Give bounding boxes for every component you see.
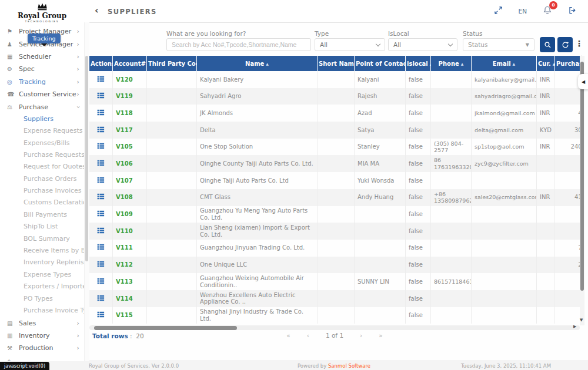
sidebar-item-sales[interactable]: ▤Sales› [0,317,84,329]
column-header-total[interactable]: Purchase Total▲ [555,56,580,71]
sidebar-item-more[interactable]: ⌂ [0,355,84,361]
language-selector[interactable]: EN [519,8,527,15]
cell-total: 8000.00 [555,88,580,105]
cell-actions[interactable] [89,290,113,307]
row-actions-icon[interactable] [97,243,105,251]
sidebar-subitem-request-for-quotes[interactable]: Request for Quotes [0,161,84,173]
cell-name: Sahyadri Agro [197,88,318,105]
sidebar-subitem-suppliers[interactable]: Suppliers [0,113,84,125]
prev-page-button[interactable]: ‹ [307,332,309,339]
sidebar-subitem-expense-requests[interactable]: Expense Requests [0,125,84,137]
search-input[interactable] [166,38,311,51]
row-actions-icon[interactable] [97,260,105,268]
cell-total: 0.00 [555,155,580,172]
sidebar-subitem-purchase-requests[interactable]: Purchase Requests [0,149,84,161]
column-header-islocal[interactable]: islocal▲ [406,56,431,71]
row-actions-icon[interactable] [97,210,105,217]
scroll-right-icon[interactable]: ▶ [573,324,576,329]
column-header-phone[interactable]: Phone▲ [431,56,472,71]
side-panel-toggle[interactable]: ◀ [578,74,588,89]
cell-email [472,172,537,189]
row-actions-icon[interactable] [97,311,105,318]
cell-actions[interactable] [89,155,113,172]
first-page-button[interactable]: « [286,332,290,339]
status-select[interactable]: Status▼ [463,38,534,51]
row-actions-icon[interactable] [97,294,105,302]
cell-actions[interactable] [89,71,113,88]
vendor-link[interactable]: Sanmol Software [328,363,370,369]
row-actions-icon[interactable] [97,159,105,167]
notifications-bell-icon[interactable]: 0 [543,5,552,18]
production-icon: ⚒ [7,345,19,351]
column-header-tpcode[interactable]: Third Party Code▲ [147,56,197,71]
last-page-button[interactable]: » [379,332,382,339]
row-actions-icon[interactable] [97,193,105,200]
type-select[interactable]: All [315,38,385,51]
logout-icon[interactable] [568,6,577,17]
sidebar-item-scheduler[interactable]: ▦Scheduler› [0,51,84,63]
sidebar-item-spec[interactable]: ⚙Spec› [0,63,84,75]
column-header-actions[interactable]: Actions [89,56,113,71]
back-icon[interactable]: ‹ [95,5,99,16]
islocal-select[interactable]: All [388,38,457,51]
row-actions-icon[interactable] [97,227,105,234]
cell-actions[interactable] [89,206,113,223]
column-header-account[interactable]: Account#▲ [113,56,147,71]
sidebar-item-production[interactable]: ⚒Production› [0,342,84,354]
cell-actions[interactable] [89,172,113,189]
sidebar-subitem-receive-items-by-bol[interactable]: Receive Items by BOL [0,245,84,257]
column-header-poc[interactable]: Point of Contact▲ [355,56,406,71]
column-header-short[interactable]: Short Name▲ [318,56,355,71]
row-actions-icon[interactable] [97,176,105,184]
cell-actions[interactable] [89,189,113,206]
cell-islocal: false [406,290,431,307]
row-actions-icon[interactable] [97,142,105,150]
sidebar-item-customer-service[interactable]: ☎Customer Service› [0,88,84,100]
refresh-button[interactable] [557,37,573,52]
more-options-icon[interactable]: ⋮ [575,38,583,49]
cell-actions[interactable] [89,273,113,290]
sidebar-subitem-po-types[interactable]: PO Types [0,293,84,305]
column-header-cur[interactable]: Cur.▲ [537,56,555,71]
cell-actions[interactable] [89,88,113,105]
next-page-button[interactable]: › [360,332,362,339]
column-header-email[interactable]: Email▲ [472,56,537,71]
scroll-down-icon[interactable]: ▼ [580,318,583,322]
chevron-right-icon: › [77,332,79,339]
cell-actions[interactable] [89,240,113,257]
row-actions-icon[interactable] [97,126,105,133]
column-header-name[interactable]: Name▲ [197,56,318,71]
cell-actions[interactable] [89,122,113,139]
cell-actions[interactable] [89,105,113,122]
sidebar-subitem-purchase-invoices[interactable]: Purchase Invoices [0,185,84,197]
fullscreen-icon[interactable] [494,6,503,17]
sidebar-item-label: Spec [19,65,77,73]
row-actions-icon[interactable] [97,92,105,99]
sidebar-subitem-expense-types[interactable]: Expense Types [0,269,84,281]
sidebar-subitem-expenses-bills[interactable]: Expenses/Bills [0,137,84,149]
row-actions-icon[interactable] [97,109,105,116]
cell-actions[interactable] [89,139,113,156]
sidebar-scrollbar[interactable] [84,22,89,361]
sidebar-subitem-purchase-orders[interactable]: Purchase Orders [0,173,84,185]
sidebar-subitem-customs-declarations[interactable]: Customs Declarations [0,197,84,208]
sidebar-item-tracking[interactable]: ◎Tracking› [0,76,84,88]
row-actions-icon[interactable] [97,75,105,83]
cell-actions[interactable] [89,307,113,324]
sidebar-item-inventory[interactable]: ▥Inventory› [0,329,84,342]
sidebar-item-purchase[interactable]: ⚖Purchase› [0,100,84,113]
sidebar-subitem-bol-summary[interactable]: BOL Summary [0,233,84,245]
cell-email: sp1stop@aol.com [472,139,537,156]
sidebar-subitem-purchase-invoice-types[interactable]: Purchase Invoice Types [0,305,84,317]
search-button[interactable] [540,37,555,52]
sidebar-subitem-bill-payments[interactable]: Bill Payments [0,209,84,221]
cell-actions[interactable] [89,223,113,240]
cell-tpcode [147,240,197,257]
cell-actions[interactable] [89,257,113,274]
vertical-scrollbar[interactable] [580,56,584,325]
sidebar-subitem-exporters-importers[interactable]: Exporters / Importers [0,281,84,292]
sidebar-subitem-inventory-replenishment[interactable]: Inventory Replenishment [0,257,84,268]
row-actions-icon[interactable] [97,277,105,285]
horizontal-scrollbar[interactable] [89,325,580,330]
sidebar-subitem-shipto-list[interactable]: ShipTo List [0,221,84,233]
